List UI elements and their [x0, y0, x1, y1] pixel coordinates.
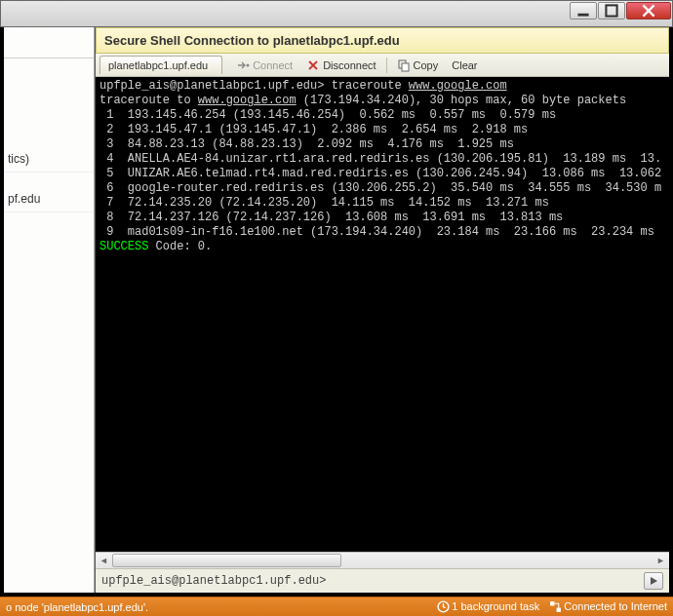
network-icon [549, 600, 562, 613]
status-task[interactable]: 1 background task [437, 600, 539, 614]
term-success-line: SUCCESS Code: 0. [99, 240, 212, 253]
svg-rect-1 [606, 5, 616, 16]
status-net[interactable]: Connected to Internet [549, 600, 667, 614]
connect-button[interactable]: Connect [230, 57, 298, 74]
command-input[interactable] [326, 574, 644, 588]
term-line: 8 72.14.237.126 (72.14.237.126) 13.608 m… [99, 211, 563, 224]
sidebar-item-tics[interactable]: tics) [4, 146, 94, 173]
svg-rect-6 [550, 601, 554, 605]
left-sidebar: tics) pf.edu [4, 27, 95, 593]
copy-button[interactable]: Copy [391, 57, 445, 74]
titlebar[interactable] [0, 0, 673, 27]
play-icon [649, 576, 658, 586]
disconnect-button[interactable]: Disconnect [300, 57, 381, 74]
term-line: 5 UNIZAR.AE6.telmad.rt4.mad.red.rediris.… [99, 167, 661, 180]
term-line: 4 ANELLA.AE4-84.unizar.rt1.ara.red.redir… [99, 152, 661, 166]
copy-icon [397, 58, 411, 72]
content-area: tics) pf.edu Secure Shell Connection to … [0, 27, 673, 597]
status-left: o node 'planetlabpc1.upf.edu'. [6, 601, 148, 613]
sidebar-header [4, 27, 94, 58]
term-line: 9 mad01s09-in-f16.1e100.net (173.194.34.… [99, 225, 654, 239]
connect-icon [236, 58, 250, 72]
maximize-button[interactable] [598, 2, 625, 19]
minimize-button[interactable] [570, 2, 597, 19]
close-button[interactable] [626, 2, 671, 19]
term-line: traceroute to www.google.com (173.194.34… [99, 94, 626, 107]
scroll-right-button[interactable]: ► [653, 553, 669, 569]
connect-label: Connect [253, 59, 293, 71]
maximize-icon [605, 4, 618, 18]
submit-button[interactable] [644, 572, 663, 590]
ssh-title: Secure Shell Connection to planetlabpc1.… [96, 27, 669, 54]
minimize-icon [576, 4, 590, 18]
disconnect-label: Disconnect [323, 59, 376, 71]
term-line: 1 193.145.46.254 (193.145.46.254) 0.562 … [99, 108, 556, 122]
term-line: 2 193.145.47.1 (193.145.47.1) 2.386 ms 2… [99, 123, 528, 136]
status-bar: o node 'planetlabpc1.upf.edu'. 1 backgro… [0, 597, 673, 616]
sidebar-item-host[interactable]: pf.edu [4, 186, 94, 212]
scroll-left-button[interactable]: ◄ [96, 553, 112, 569]
svg-rect-4 [402, 63, 409, 71]
input-prompt: upfple_ais@planetlabpc1.upf.edu> [101, 574, 326, 588]
close-icon [642, 4, 655, 18]
app-window: tics) pf.edu Secure Shell Connection to … [0, 0, 673, 616]
term-line: 3 84.88.23.13 (84.88.23.13) 2.092 ms 4.1… [99, 137, 514, 151]
ssh-panel: Secure Shell Connection to planetlabpc1.… [95, 27, 669, 593]
term-prompt-line: upfple_ais@planetlabpc1.upf.edu> tracero… [99, 79, 507, 93]
command-input-bar: upfple_ais@planetlabpc1.upf.edu> [96, 568, 669, 593]
term-line: 6 google-router.red.rediris.es (130.206.… [99, 181, 661, 195]
host-tab[interactable]: planetlabpc1.upf.edu [99, 56, 222, 74]
disconnect-icon [306, 58, 320, 72]
task-icon [437, 600, 450, 613]
clear-label: Clear [452, 59, 477, 71]
terminal-output[interactable]: upfple_ais@planetlabpc1.upf.edu> tracero… [96, 77, 669, 552]
svg-point-2 [247, 63, 250, 66]
scroll-thumb[interactable] [112, 554, 341, 567]
svg-rect-0 [577, 14, 588, 17]
toolbar-separator [386, 58, 387, 73]
clear-button[interactable]: Clear [446, 58, 483, 73]
copy-label: Copy [414, 59, 439, 71]
term-line: 7 72.14.235.20 (72.14.235.20) 14.115 ms … [99, 196, 549, 210]
ssh-toolbar: planetlabpc1.upf.edu Connect Disconnect … [96, 54, 669, 77]
horizontal-scrollbar[interactable]: ◄ ► [96, 552, 669, 568]
